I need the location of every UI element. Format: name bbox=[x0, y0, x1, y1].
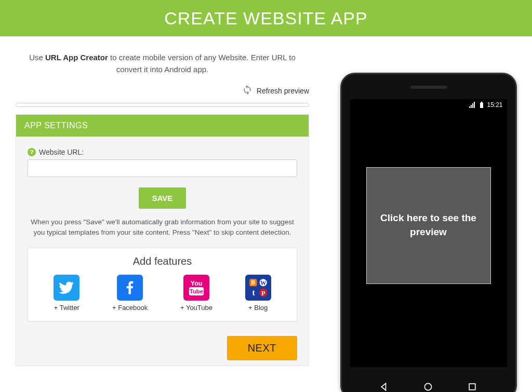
save-hint-text: When you press "Save" we'll automaticall… bbox=[28, 217, 297, 238]
help-icon[interactable]: ? bbox=[28, 148, 36, 156]
nav-back-icon[interactable] bbox=[379, 382, 390, 392]
phone-screen: 15:21 Click here to see the preview bbox=[350, 99, 507, 367]
intro-bold: URL App Creator bbox=[45, 53, 108, 62]
svg-text:W: W bbox=[260, 279, 267, 286]
url-field-label: Website URL: bbox=[39, 148, 84, 156]
feature-facebook[interactable]: + Facebook bbox=[112, 275, 148, 312]
phone-nav-bar bbox=[342, 382, 515, 392]
svg-text:B: B bbox=[251, 279, 255, 285]
app-settings-panel: APP SETTINGS ? Website URL: SAVE When yo… bbox=[16, 114, 309, 366]
progress-bar bbox=[16, 103, 309, 107]
website-url-input[interactable] bbox=[28, 159, 297, 177]
refresh-preview-link[interactable]: Refresh preview bbox=[16, 85, 309, 97]
intro-text: Use URL App Creator to create mobile ver… bbox=[16, 52, 309, 75]
panel-title: APP SETTINGS bbox=[16, 115, 309, 137]
feature-label: + YouTube bbox=[180, 304, 212, 312]
phone-frame: 15:21 Click here to see the preview bbox=[340, 73, 517, 392]
svg-text:t: t bbox=[252, 288, 255, 296]
nav-home-icon[interactable] bbox=[423, 382, 433, 392]
svg-point-12 bbox=[425, 383, 432, 390]
svg-text:P: P bbox=[261, 289, 265, 296]
phone-status-bar: 15:21 bbox=[465, 99, 507, 111]
phone-speaker bbox=[410, 86, 447, 89]
youtube-icon: YouTube bbox=[183, 275, 209, 301]
refresh-label: Refresh preview bbox=[257, 87, 309, 95]
svg-rect-11 bbox=[481, 102, 483, 103]
svg-rect-13 bbox=[469, 384, 475, 390]
feature-label: + Twitter bbox=[54, 304, 79, 312]
svg-rect-10 bbox=[480, 103, 483, 108]
intro-rest: to create mobile version of any Website.… bbox=[108, 53, 296, 74]
blog-icon: B W t P bbox=[245, 275, 271, 301]
next-button[interactable]: NEXT bbox=[227, 336, 297, 360]
feature-label: + Facebook bbox=[112, 304, 148, 312]
phone-time: 15:21 bbox=[487, 101, 502, 109]
feature-label: + Blog bbox=[248, 304, 268, 312]
feature-youtube[interactable]: YouTube + YouTube bbox=[180, 275, 212, 312]
svg-text:You: You bbox=[191, 279, 202, 287]
page-header: CREATE WEBSITE APP bbox=[0, 0, 532, 36]
battery-icon bbox=[480, 102, 484, 108]
feature-blog[interactable]: B W t P + Blog bbox=[245, 275, 271, 312]
svg-text:Tube: Tube bbox=[190, 288, 203, 294]
intro-prefix: Use bbox=[29, 53, 45, 62]
features-title: Add features bbox=[37, 255, 287, 267]
add-features-card: Add features + Twitter + Fac bbox=[28, 248, 297, 321]
signal-icon bbox=[469, 102, 476, 108]
save-button[interactable]: SAVE bbox=[139, 187, 187, 209]
preview-cta-box[interactable]: Click here to see the preview bbox=[366, 167, 491, 284]
feature-twitter[interactable]: + Twitter bbox=[54, 275, 79, 312]
twitter-icon bbox=[54, 275, 79, 301]
nav-recent-icon[interactable] bbox=[467, 382, 477, 392]
refresh-icon bbox=[242, 85, 252, 97]
page-title: CREATE WEBSITE APP bbox=[164, 8, 367, 29]
facebook-icon bbox=[117, 275, 143, 301]
